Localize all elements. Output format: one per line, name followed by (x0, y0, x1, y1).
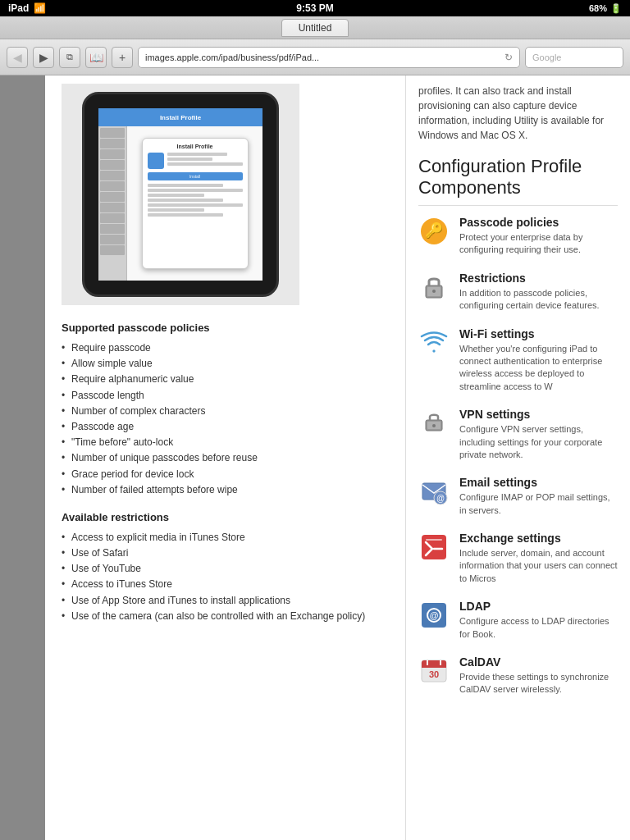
restriction-item: Use of Safari (62, 546, 389, 561)
text-line (167, 158, 212, 161)
config-item-desc: Protect your enterprise data by configur… (459, 231, 618, 257)
search-bar[interactable]: Google (525, 47, 623, 68)
text-line (148, 184, 224, 187)
back-button[interactable]: ◀ (7, 47, 28, 68)
config-item-title: Restrictions (459, 272, 618, 285)
restriction-item: Use of the camera (can also be controlle… (62, 609, 389, 624)
tab-bar: Untitled (0, 16, 630, 39)
caldav-icon: 30 (419, 656, 449, 686)
bookmarks-button[interactable]: 📖 (85, 47, 107, 68)
ipad-sidebar-item (100, 245, 125, 255)
config-item-desc: Configure VPN server settings, including… (459, 423, 618, 461)
ipad-sidebar-item (100, 203, 125, 212)
browser-tab[interactable]: Untitled (281, 19, 349, 37)
install-icon-placeholder (148, 153, 164, 169)
policy-item: Number of unique passcodes before reuse (62, 450, 389, 466)
content-area: Install Profile (0, 75, 630, 840)
restriction-item: Use of App Store and iTunes to install a… (62, 593, 389, 609)
config-text-wifi: Wi-Fi settings Whether you're configurin… (459, 327, 618, 394)
wifi-icon (419, 328, 449, 358)
new-tab-button[interactable]: + (112, 47, 133, 68)
config-text-email: Email settings Configure IMAP or POP mai… (459, 476, 618, 517)
ipad-sidebar-strip (98, 126, 127, 281)
ipad-screen-body: Install Profile (98, 126, 262, 281)
passcode-section-title: Supported passcode policies (62, 322, 389, 334)
reload-icon[interactable]: ↻ (504, 52, 513, 63)
ipad-sidebar-item (100, 139, 125, 148)
vpn-icon (419, 409, 449, 438)
policy-item: Passcode age (62, 419, 389, 435)
passcode-icon: 🔑 (419, 217, 449, 246)
restrictions-section: Available restrictions Access to explici… (62, 511, 389, 624)
lock-icon (419, 272, 449, 302)
config-item-email: @ Email settings Configure IMAP or POP m… (418, 476, 618, 517)
install-profile-box: Install Profile (142, 138, 249, 269)
restriction-item: Use of YouTube (62, 561, 389, 577)
svg-text:@: @ (430, 610, 439, 620)
search-placeholder: Google (532, 52, 561, 62)
ldap-icon: @ (419, 600, 449, 630)
exchange-icon-wrap (418, 532, 450, 563)
config-item-title: LDAP (459, 600, 618, 613)
config-text-ldap: LDAP Configure access to LDAP directorie… (459, 600, 618, 641)
ipad-sidebar-item (100, 171, 125, 180)
intro-text: profiles. It can also track and install … (418, 84, 618, 143)
policy-item: Number of complex characters (62, 404, 389, 419)
config-item-title: VPN settings (459, 408, 618, 421)
passcode-policy-section: Supported passcode policies Require pass… (62, 322, 389, 498)
text-line (167, 162, 243, 166)
restrictions-icon-wrap (418, 272, 450, 303)
policy-item: "Time before" auto-lock (62, 435, 389, 450)
browser-left-sidebar (0, 75, 45, 840)
wifi-icon-wrap (418, 327, 450, 358)
config-text-exchange: Exchange settings Include server, domain… (459, 532, 618, 585)
passcode-icon-wrap: 🔑 (418, 216, 450, 247)
config-item-title: Wi-Fi settings (459, 327, 618, 340)
config-text-vpn: VPN settings Configure VPN server settin… (459, 408, 618, 461)
policy-item: Require passcode (62, 340, 389, 356)
ipad-screen-header: Install Profile (98, 108, 262, 126)
ldap-icon-wrap: @ (418, 600, 450, 631)
text-line (148, 208, 205, 212)
tabs-button[interactable]: ⧉ (59, 47, 80, 68)
config-item-desc: Provide these settings to synchronize Ca… (459, 671, 618, 696)
battery-icon: 🔋 (610, 3, 622, 14)
config-text-caldav: CalDAV Provide these settings to synchro… (459, 655, 618, 696)
forward-button[interactable]: ▶ (33, 47, 54, 68)
status-time: 9:53 PM (296, 2, 333, 14)
svg-point-4 (432, 290, 436, 293)
email-icon: @ (419, 477, 449, 506)
config-item-wifi: Wi-Fi settings Whether you're configurin… (418, 327, 618, 394)
status-bar: iPad 📶 9:53 PM 68% 🔋 (0, 0, 630, 16)
config-item-title: CalDAV (459, 655, 618, 669)
bookmarks-icon: 📖 (89, 51, 103, 64)
address-bar[interactable]: images.apple.com/ipad/business/pdf/iPad.… (138, 47, 520, 68)
battery-label: 68% (589, 3, 607, 13)
plus-icon: + (119, 51, 126, 64)
ipad-sidebar-item (100, 160, 125, 170)
status-right: 68% 🔋 (589, 3, 622, 14)
left-column: Install Profile (45, 75, 406, 840)
install-text-lines (167, 153, 243, 169)
caldav-icon-wrap: 30 (418, 655, 450, 687)
install-button[interactable]: Install (148, 172, 243, 180)
ipad-sidebar-item (100, 181, 125, 191)
carrier-label: iPad (8, 2, 29, 14)
policy-item: Number of failed attempts before wipe (62, 482, 389, 498)
passcode-policy-list: Require passcode Allow simple value Requ… (62, 340, 389, 498)
wifi-status-icon: 📶 (34, 2, 46, 14)
ipad-sidebar-item (100, 224, 125, 234)
config-item-restrictions: Restrictions In addition to passcode pol… (418, 272, 618, 313)
ipad-image-area: Install Profile (62, 84, 299, 305)
ipad-sidebar-item (100, 149, 125, 159)
text-line (148, 213, 224, 217)
policy-item: Allow simple value (62, 356, 389, 372)
ipad-header-text: Install Profile (160, 114, 201, 121)
ipad-device: Install Profile (82, 92, 279, 297)
back-icon: ◀ (13, 51, 22, 64)
restrictions-section-title: Available restrictions (62, 511, 389, 523)
config-item-ldap: @ LDAP Configure access to LDAP director… (418, 600, 618, 641)
right-column: profiles. It can also track and install … (406, 75, 630, 840)
policy-item: Grace period for device lock (62, 467, 389, 482)
text-line (148, 189, 243, 192)
